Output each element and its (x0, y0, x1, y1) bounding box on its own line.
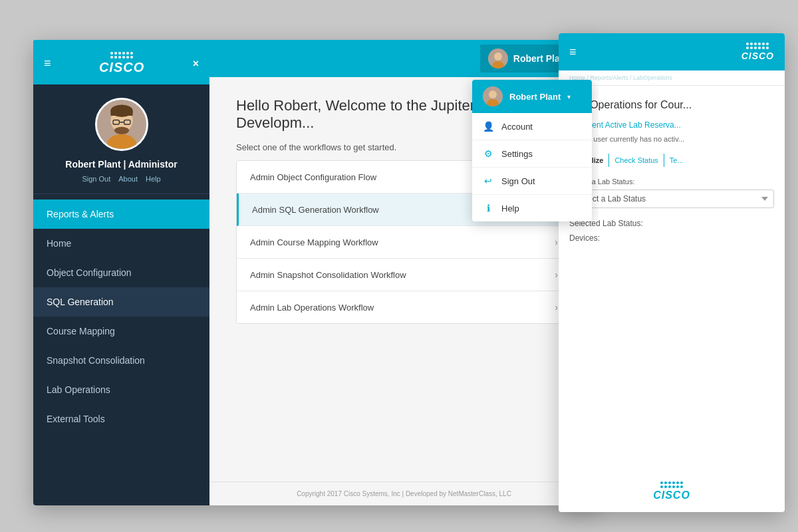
sidebar-item-lab-operations[interactable]: Lab Operations (33, 375, 209, 404)
workflow-item-label: Admin Snapshot Consolidation Workflow (250, 270, 406, 280)
workflow-item-course[interactable]: Admin Course Mapping Workflow › (237, 226, 571, 259)
right-footer: CISCO (559, 471, 785, 512)
right-top-bar: ≡ CISCO (559, 33, 785, 70)
svg-point-13 (489, 90, 497, 98)
about-link[interactable]: About (118, 175, 138, 183)
right-content: Lab Operations for Cour... Current Activ… (559, 86, 785, 471)
sidebar-item-snapshot[interactable]: Snapshot Consolidation (33, 346, 209, 375)
cisco-dots (110, 52, 133, 59)
main-footer: Copyright 2017 Cisco Systems, Inc | Deve… (209, 481, 598, 505)
right-select-label: Select a Lab Status: (569, 178, 774, 186)
svg-rect-4 (110, 110, 132, 116)
workflow-item-label: Admin Object Configuration Flow (250, 172, 376, 182)
help-icon: ℹ (483, 203, 493, 213)
sidebar: ≡ CISCO × (33, 40, 209, 505)
signout-icon: ↩ (483, 176, 493, 186)
cisco-logo-text: CISCO (99, 60, 144, 75)
user-mini-avatar (488, 49, 508, 68)
sidebar-item-object-configuration[interactable]: Object Configuration (33, 258, 209, 287)
right-cisco-text: CISCO (741, 51, 774, 61)
dropdown-avatar (483, 86, 503, 106)
hamburger-button[interactable]: ≡ (44, 57, 51, 70)
right-tab-check-status[interactable]: Check Status (608, 154, 663, 167)
cisco-logo: CISCO (99, 52, 144, 75)
right-tab-te[interactable]: Te... (664, 154, 689, 167)
main-content: Robert Plant ▾ Robert Plant ▾ (209, 40, 598, 505)
top-bar: Robert Plant ▾ Robert Plant ▾ (209, 40, 598, 77)
dropdown-header: Robert Plant ▾ (472, 80, 592, 113)
sidebar-item-sql-generation[interactable]: SQL Generation (33, 287, 209, 317)
right-breadcrumb: Home / Reports/Alerts / LabOperations (559, 70, 785, 86)
help-link[interactable]: Help (146, 175, 161, 183)
right-devices-label: Devices: (569, 233, 774, 243)
close-button[interactable]: × (193, 58, 199, 70)
main-window: ≡ CISCO × (33, 40, 598, 505)
settings-label: Settings (501, 149, 533, 159)
right-cisco-logo-header: CISCO (741, 43, 774, 61)
sign-out-link[interactable]: Sign Out (82, 175, 110, 183)
workflow-item-label: Admin Course Mapping Workflow (250, 237, 378, 247)
right-title: Lab Operations for Cour... (569, 99, 774, 111)
signout-label: Sign Out (501, 176, 535, 186)
chevron-right-icon: › (555, 237, 558, 247)
right-footer-cisco-text: CISCO (653, 489, 690, 501)
dropdown-account[interactable]: 👤 Account (472, 113, 592, 140)
right-hamburger-icon[interactable]: ≡ (569, 45, 577, 59)
dropdown-menu: Robert Plant ▾ 👤 Account ⚙ Settings ↩ Si… (472, 80, 592, 221)
workflow-item-label: Admin Lab Operations Workflow (250, 303, 374, 313)
svg-point-10 (494, 53, 502, 61)
sidebar-header: ≡ CISCO × (33, 40, 209, 84)
help-label: Help (501, 203, 519, 213)
dropdown-help[interactable]: ℹ Help (472, 195, 592, 221)
right-lab-status-select[interactable]: Select a Lab Status (569, 190, 774, 208)
avatar (95, 98, 148, 151)
dropdown-header-name: Robert Plant (509, 92, 561, 102)
workflow-item-lab[interactable]: Admin Lab Operations Workflow › (237, 291, 571, 323)
right-active-lab-label: Current Active Lab Reserva... (569, 120, 774, 130)
sidebar-item-course-mapping[interactable]: Course Mapping (33, 317, 209, 346)
right-active-lab-text: Your user currently has no activ... (569, 135, 774, 143)
right-tabs: Initialize Check Status Te... (569, 154, 774, 167)
user-profile-area: Robert Plant | Administor Sign Out About… (33, 84, 209, 194)
workflow-item-snapshot[interactable]: Admin Snapshot Consolidation Workflow › (237, 259, 571, 291)
dropdown-chevron: ▾ (567, 93, 571, 100)
right-selected-status-label: Selected Lab Status: (569, 219, 774, 228)
user-links: Sign Out About Help (44, 175, 199, 183)
dropdown-signout[interactable]: ↩ Sign Out (472, 168, 592, 195)
right-footer-cisco-logo: CISCO (653, 481, 690, 501)
account-icon: 👤 (483, 121, 493, 132)
svg-point-5 (114, 127, 128, 134)
account-label: Account (501, 122, 533, 132)
right-window: ≡ CISCO Home / Reports/Alerts / LabOpera… (559, 33, 785, 512)
sidebar-item-home[interactable]: Home (33, 229, 209, 258)
settings-icon: ⚙ (483, 148, 493, 159)
chevron-right-icon: › (555, 269, 558, 280)
chevron-right-icon: › (555, 302, 558, 313)
sidebar-nav: Reports & Alerts Home Object Configurati… (33, 194, 209, 505)
user-name: Robert Plant | Administor (44, 159, 199, 170)
sidebar-item-reports[interactable]: Reports & Alerts (33, 200, 209, 229)
dropdown-settings[interactable]: ⚙ Settings (472, 140, 592, 168)
sidebar-item-external-tools[interactable]: External Tools (33, 404, 209, 434)
workflow-item-label: Admin SQL Generation Workflow (252, 205, 379, 215)
